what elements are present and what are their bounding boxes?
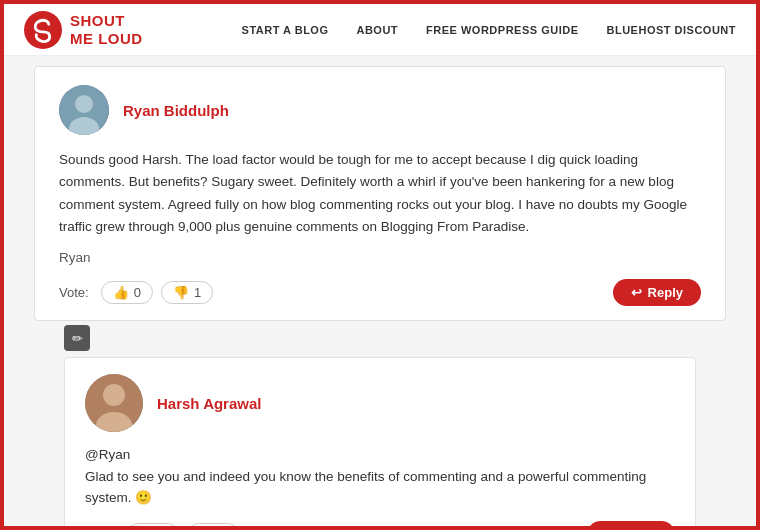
harsh-body-line2: Glad to see you and indeed you know the … <box>85 466 675 509</box>
nav-about[interactable]: ABOUT <box>356 24 398 36</box>
nav-wordpress-guide[interactable]: FREE WORDPRESS GUIDE <box>426 24 578 36</box>
ryan-reply-label: Reply <box>648 285 683 300</box>
ryan-signature: Ryan <box>59 250 701 265</box>
nested-comment-wrapper: ✏ Harsh Agrawal @Ryan Glad to see you an… <box>34 321 726 530</box>
ryan-vote-row: Vote: 👍 0 👎 1 ↩ Reply <box>59 279 701 306</box>
avatar-harsh <box>85 374 143 432</box>
harsh-vote-up[interactable]: 👍 3 <box>127 523 179 530</box>
harsh-body-line1: @Ryan <box>85 444 675 466</box>
ryan-vote-down[interactable]: 👎 1 <box>161 281 213 304</box>
comment-card-ryan: Ryan Biddulph Sounds good Harsh. The loa… <box>34 66 726 321</box>
avatar-ryan <box>59 85 109 135</box>
ryan-votes: Vote: 👍 0 👎 1 <box>59 281 213 304</box>
thumbs-up-icon: 👍 <box>113 285 129 300</box>
content-wrapper: Ryan Biddulph Sounds good Harsh. The loa… <box>4 56 756 530</box>
ryan-vote-down-count: 1 <box>194 285 201 300</box>
harsh-vote-row: Vote: 👍 3 👎 1 ↩ Reply <box>85 521 675 530</box>
harsh-comment-header: Harsh Agrawal <box>85 374 675 432</box>
ryan-vote-label: Vote: <box>59 285 89 300</box>
nav-bluehost[interactable]: BLUEHOST DISCOUNT <box>607 24 737 36</box>
ryan-name: Ryan Biddulph <box>123 102 229 119</box>
nav-start-blog[interactable]: START A BLOG <box>242 24 329 36</box>
ryan-vote-up[interactable]: 👍 0 <box>101 281 153 304</box>
ryan-reply-button[interactable]: ↩ Reply <box>613 279 701 306</box>
harsh-name: Harsh Agrawal <box>157 395 261 412</box>
harsh-comment-body: @Ryan Glad to see you and indeed you kno… <box>85 444 675 509</box>
harsh-vote-down[interactable]: 👎 1 <box>187 523 239 530</box>
main-nav: START A BLOG ABOUT FREE WORDPRESS GUIDE … <box>242 24 736 36</box>
harsh-votes: Vote: 👍 3 👎 1 <box>85 523 239 530</box>
logo-text: SHOUT ME LOUD <box>70 12 143 47</box>
thumbs-down-icon: 👎 <box>173 285 189 300</box>
nested-comment-card-harsh: Harsh Agrawal @Ryan Glad to see you and … <box>64 357 696 530</box>
header: SHOUT ME LOUD START A BLOG ABOUT FREE WO… <box>4 4 756 56</box>
ryan-comment-body: Sounds good Harsh. The load factor would… <box>59 149 701 238</box>
ryan-vote-up-count: 0 <box>134 285 141 300</box>
logo: SHOUT ME LOUD <box>24 11 143 49</box>
comment-header-ryan: Ryan Biddulph <box>59 85 701 135</box>
logo-icon <box>24 11 62 49</box>
svg-point-5 <box>103 384 125 406</box>
svg-point-0 <box>24 11 62 49</box>
reply-icon: ↩ <box>631 285 642 300</box>
svg-point-2 <box>75 95 93 113</box>
harsh-reply-button[interactable]: ↩ Reply <box>587 521 675 530</box>
edit-icon-button[interactable]: ✏ <box>64 325 90 351</box>
